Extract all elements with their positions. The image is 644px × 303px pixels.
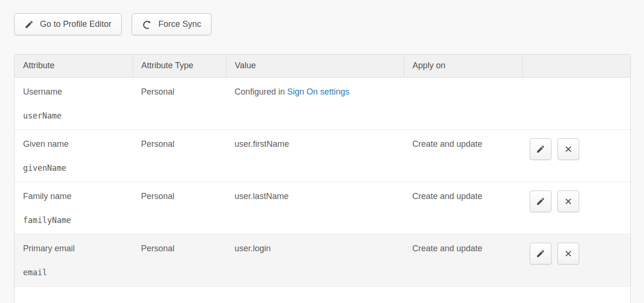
table-row-given-name: Given name givenName Personal user.first…	[15, 129, 630, 182]
pencil-icon	[536, 249, 545, 258]
delete-attribute-button[interactable]	[558, 243, 579, 264]
attribute-type-cell: Personal	[133, 182, 226, 234]
toolbar: Go to Profile Editor Force Sync	[0, 0, 644, 35]
apply-on-cell: Create and update	[404, 129, 522, 182]
column-header-actions	[522, 55, 630, 77]
sign-on-settings-link[interactable]: Sign On settings	[287, 87, 349, 96]
go-to-profile-editor-label: Go to Profile Editor	[40, 19, 111, 29]
actions-cell	[522, 234, 630, 286]
table-row-partial	[15, 286, 630, 303]
edit-attribute-button[interactable]	[530, 243, 551, 264]
apply-on-cell: Create and update	[404, 182, 522, 234]
go-to-profile-editor-button[interactable]: Go to Profile Editor	[14, 13, 122, 35]
value-cell: user.login	[226, 234, 404, 286]
attribute-label: Username	[23, 87, 126, 97]
column-header-attribute-type: Attribute Type	[133, 55, 226, 77]
value-cell: Configured in Sign On settings	[226, 77, 404, 129]
value-cell: user.lastName	[226, 182, 404, 234]
column-header-apply-on: Apply on	[404, 55, 522, 77]
attribute-cell: Family name familyName	[15, 182, 133, 234]
delete-attribute-button[interactable]	[558, 138, 579, 160]
table-row-primary-email: Primary email email Personal user.login …	[15, 234, 630, 286]
attribute-variable: email	[23, 268, 126, 277]
pencil-icon	[536, 144, 545, 154]
actions-cell	[522, 77, 630, 129]
partial-row-cell	[15, 286, 630, 303]
edit-attribute-button[interactable]	[530, 191, 551, 212]
edit-attribute-button[interactable]	[530, 138, 551, 160]
attribute-variable: givenName	[23, 163, 126, 173]
attribute-label: Family name	[23, 191, 126, 201]
attribute-cell: Username userName	[15, 77, 133, 129]
apply-on-cell: Create and update	[404, 234, 522, 286]
close-icon	[564, 249, 573, 258]
table-row-family-name: Family name familyName Personal user.las…	[15, 182, 630, 234]
apply-on-cell	[404, 77, 522, 129]
attribute-type-cell: Personal	[133, 234, 226, 286]
attribute-mappings-table: Attribute Attribute Type Value Apply on …	[14, 54, 631, 303]
attribute-cell: Primary email email	[15, 234, 133, 286]
table-row-username: Username userName Personal Configured in…	[15, 77, 630, 129]
attribute-cell: Given name givenName	[15, 129, 133, 182]
value-cell: user.firstName	[226, 129, 404, 182]
close-icon	[564, 145, 573, 153]
attribute-type-cell: Personal	[133, 129, 226, 182]
attribute-variable: familyName	[23, 215, 126, 225]
table-header-row: Attribute Attribute Type Value Apply on	[15, 55, 630, 77]
column-header-value: Value	[226, 55, 404, 77]
attribute-variable: userName	[23, 111, 126, 120]
delete-attribute-button[interactable]	[558, 191, 579, 212]
force-sync-button[interactable]: Force Sync	[132, 13, 212, 35]
attribute-label: Given name	[23, 139, 126, 149]
refresh-icon	[142, 19, 152, 30]
actions-cell	[522, 129, 630, 182]
attribute-type-cell: Personal	[133, 77, 226, 129]
column-header-attribute: Attribute	[15, 55, 133, 77]
close-icon	[564, 197, 573, 206]
actions-cell	[522, 182, 630, 234]
value-text: Configured in	[235, 87, 287, 96]
pencil-icon	[24, 20, 34, 29]
pencil-icon	[536, 197, 545, 206]
force-sync-label: Force Sync	[158, 19, 201, 29]
attribute-label: Primary email	[23, 244, 126, 254]
